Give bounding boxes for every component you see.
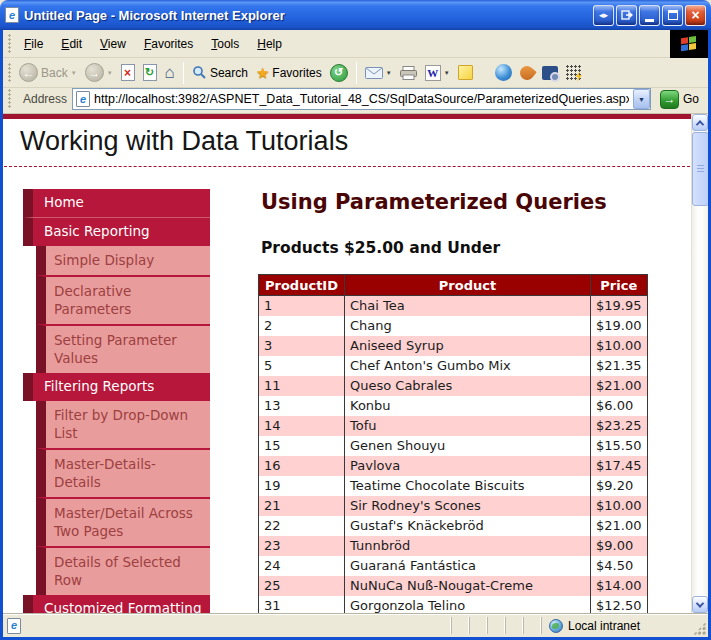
print-button[interactable] [396,64,421,82]
history-icon: ↺ [330,64,348,82]
sidebar-item-label: Declarative Parameters [54,283,131,317]
sidebar-item[interactable]: Customized Formatting [23,595,210,613]
fox-icon [517,63,537,83]
menu-item[interactable]: View [91,32,135,56]
close-button[interactable]: × [685,5,706,26]
sidebar-item[interactable]: Master/Detail Across Two Pages [36,497,210,546]
cell-price: $23.25 [591,416,648,436]
refresh-icon: ↻ [143,64,157,81]
cell-price: $19.95 [591,296,648,317]
sidebar-item[interactable]: Master-Details-Details [36,448,210,497]
cell-productid: 23 [259,536,345,556]
cell-product: Tunnbröd [345,536,591,556]
maximize-icon [668,10,678,20]
cell-productid: 14 [259,416,345,436]
cell-product: Konbu [345,396,591,416]
cell-productid: 3 [259,336,345,356]
cell-product: Pavlova [345,456,591,476]
menu-items: FileEditViewFavoritesToolsHelp [15,32,291,56]
refresh-button[interactable]: ↻ [139,62,161,83]
addressbar-grip[interactable] [8,89,12,109]
menu-item[interactable]: Edit [52,32,91,56]
cell-productid: 22 [259,516,345,536]
scrollbar-thumb[interactable] [692,132,708,206]
sidebar-item-label: Home [44,194,84,210]
menu-item[interactable]: File [15,32,52,56]
table-header-row: ProductID Product Price [259,275,648,296]
toolbar-grip[interactable] [8,63,12,83]
minimize-icon [645,19,654,22]
web-page: Working with Data Tutorials Home Basic R… [3,114,691,613]
cell-product: NuNuCa Nuß-Nougat-Creme [345,576,591,596]
search-button[interactable]: Search [188,63,252,82]
home-button[interactable]: ⌂ [161,62,179,83]
word-icon: W [425,65,441,81]
address-dropdown-button[interactable]: ▼ [633,89,650,109]
sidebar-item[interactable]: Filter by Drop-Down List [36,401,210,448]
menubar-grip[interactable] [8,34,12,54]
menu-item[interactable]: Tools [202,32,248,56]
status-pane [469,617,487,634]
cell-product: Genen Shouyu [345,436,591,456]
address-bar: Address e http://localhost:3982/ASPNET_D… [3,88,708,114]
sidebar-item[interactable]: Details of Selected Row [36,546,210,595]
cell-product: Sir Rodney's Scones [345,496,591,516]
sidebar-item[interactable]: Home [23,189,210,217]
address-url[interactable]: http://localhost:3982/ASPNET_Data_Tutori… [94,92,629,106]
messenger-button[interactable] [491,62,516,83]
address-combobox[interactable]: e http://localhost:3982/ASPNET_Data_Tuto… [72,88,651,110]
minimize-button[interactable] [639,5,660,26]
sidebar-item[interactable]: Filtering Reports [23,373,210,401]
table-row: 24 Guaraná Fantástica $4.50 [259,556,648,576]
cell-productid: 13 [259,396,345,416]
zone-label: Local intranet [568,619,640,633]
site-title: Working with Data Tutorials [20,126,691,157]
back-button[interactable]: ← Back ▼ [15,61,81,84]
sidebar-item[interactable]: Declarative Parameters [36,275,210,324]
page-icon: e [76,91,90,107]
sidebar-item[interactable]: Setting Parameter Values [36,324,210,373]
title-bar: e Untitled Page - Microsoft Internet Exp… [0,0,711,30]
discuss-button[interactable] [454,63,477,82]
search-icon [192,65,207,80]
encoding-tool-button[interactable] [562,63,586,83]
sidebar-item[interactable]: Basic Reporting [23,217,210,246]
globe-icon [549,619,563,633]
cell-price: $21.00 [591,376,648,396]
mail-button[interactable]: ▼ [361,65,396,81]
favorites-button[interactable]: ★ Favorites [252,63,326,82]
history-button[interactable]: ↺ [326,62,352,84]
popout-window-button[interactable] [616,5,637,26]
maximize-button[interactable] [662,5,683,26]
reference-button[interactable] [538,64,562,82]
table-row: 13 Konbu $6.00 [259,396,648,416]
go-button[interactable]: → Go [656,89,703,110]
table-row: 19 Teatime Chocolate Biscuits $9.20 [259,476,648,496]
scroll-up-button[interactable] [692,114,708,131]
search-label: Search [210,66,248,80]
back-label: Back [41,66,68,80]
standard-toolbar: ← Back ▼ → ▼ × ↻ ⌂ Search ★ [3,58,708,88]
forward-button[interactable]: → ▼ [81,61,117,84]
research-button[interactable] [516,64,538,82]
cell-price: $12.50 [591,596,648,613]
cell-productid: 15 [259,436,345,456]
scroll-down-button[interactable] [692,596,708,613]
pan-window-button[interactable]: ◂▸ [593,5,614,26]
page-title: Using Parameterized Queries [261,191,691,214]
window-frame: FileEditViewFavoritesToolsHelp ← Back ▼ … [0,30,711,640]
edit-with-word-button[interactable]: W ▼ [421,63,454,83]
ie-logo-icon: e [5,7,19,23]
status-bar: e Local intranet [3,613,708,637]
table-row: 1 Chai Tea $19.95 [259,296,648,317]
sidebar-item-label: Master/Detail Across Two Pages [54,505,193,539]
cell-price: $14.00 [591,576,648,596]
menu-item[interactable]: Favorites [135,32,202,56]
menu-item[interactable]: Help [248,32,291,56]
vertical-scrollbar[interactable] [691,114,708,613]
resize-grip[interactable] [693,622,706,635]
sidebar-item[interactable]: Simple Display [36,246,210,275]
stop-button[interactable]: × [117,62,139,83]
column-header-product: Product [345,275,591,296]
status-pane [523,617,541,634]
